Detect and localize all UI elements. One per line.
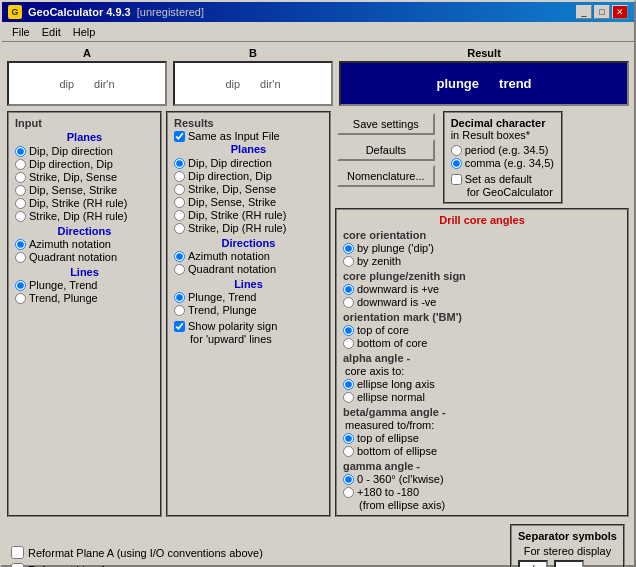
input-plane-radio-2[interactable] (15, 172, 26, 183)
show-polarity-label: Show polarity sign (188, 320, 277, 332)
input-lines-opt-1: Trend, Plunge (29, 292, 98, 304)
ellipse-long-label: ellipse long axis (357, 378, 435, 390)
menu-bar: File Edit Help (2, 22, 634, 42)
reformat-line-item: Reformat Line A (11, 563, 504, 567)
decimal-period-label: period (e.g. 34.5) (465, 144, 549, 156)
bottom-of-core-radio[interactable] (343, 338, 354, 349)
window-subtitle: [unregistered] (137, 6, 204, 18)
title-bar: G GeoCalculator 4.9.3 [unregistered] _ □… (2, 2, 634, 22)
reformat-plane-item: Reformat Plane A (using I/O conventions … (11, 546, 504, 559)
separator-inputs (518, 560, 617, 567)
input-lines-options: Plunge, Trend Trend, Plunge (15, 279, 154, 304)
input-plane-opt-5: Strike, Dip (RH rule) (29, 210, 127, 222)
downward-pos-label: downward is +ve (357, 283, 439, 295)
nomenclature-button[interactable]: Nomenclature... (337, 165, 435, 187)
set-default-checkbox[interactable] (451, 174, 462, 185)
result-plane-opt-4: Dip, Strike (RH rule) (188, 209, 286, 221)
input-lines-radio-1[interactable] (15, 293, 26, 304)
result-plane-radio-4[interactable] (174, 210, 185, 221)
input-plane-opt-2: Strike, Dip, Sense (29, 171, 117, 183)
top-ellipse-radio[interactable] (343, 433, 354, 444)
downward-pos-radio[interactable] (343, 284, 354, 295)
reformat-line-checkbox[interactable] (11, 563, 24, 567)
decimal-comma-radio[interactable] (451, 158, 462, 169)
menu-edit[interactable]: Edit (36, 24, 67, 40)
input-panel-title: Input (15, 117, 154, 129)
measured-to-from-label: measured to/from: (343, 419, 621, 431)
result-trend: trend (499, 76, 532, 91)
input-planes-options: Dip, Dip direction Dip direction, Dip St… (15, 145, 154, 222)
decimal-comma-label: comma (e.g. 34,5) (465, 157, 554, 169)
input-b-dirn: dir'n (260, 78, 280, 90)
result-plane-opt-5: Strike, Dip (RH rule) (188, 222, 286, 234)
show-polarity-checkbox[interactable] (174, 321, 185, 332)
from-ellipse-label: (from ellipse axis) (343, 499, 621, 511)
input-plane-radio-3[interactable] (15, 185, 26, 196)
result-dir-radio-1[interactable] (174, 264, 185, 275)
by-plunge-label: by plunge ('dip') (357, 242, 434, 254)
downward-neg-label: downward is -ve (357, 296, 436, 308)
input-lines-radio-0[interactable] (15, 280, 26, 291)
by-zenith-radio[interactable] (343, 256, 354, 267)
input-plane-opt-4: Dip, Strike (RH rule) (29, 197, 127, 209)
result-dir-radio-0[interactable] (174, 251, 185, 262)
input-plane-radio-4[interactable] (15, 198, 26, 209)
input-b-label: B (173, 47, 333, 61)
plus180-radio[interactable] (343, 487, 354, 498)
app-icon: G (8, 5, 22, 19)
middle-right: Save settings Defaults Nomenclature... D… (335, 111, 629, 517)
result-plane-radio-5[interactable] (174, 223, 185, 234)
decimal-subtitle: in Result boxes* (451, 129, 555, 141)
result-lines-radio-1[interactable] (174, 305, 185, 316)
input-plane-radio-5[interactable] (15, 211, 26, 222)
results-panel-title: Results (174, 117, 323, 129)
maximize-button[interactable]: □ (594, 5, 610, 19)
defaults-button[interactable]: Defaults (337, 139, 435, 161)
result-plane-radio-2[interactable] (174, 184, 185, 195)
decimal-panel: Decimal character in Result boxes* perio… (443, 111, 563, 204)
ellipse-normal-radio[interactable] (343, 392, 354, 403)
close-button[interactable]: ✕ (612, 5, 628, 19)
bottom-ellipse-radio[interactable] (343, 446, 354, 457)
beta-gamma-label: beta/gamma angle - (343, 406, 621, 418)
result-plane-radio-0[interactable] (174, 158, 185, 169)
top-of-core-radio[interactable] (343, 325, 354, 336)
same-as-input-checkbox[interactable] (174, 131, 185, 142)
results-directions-options: Azimuth notation Quadrant notation (174, 250, 323, 275)
window-controls: _ □ ✕ (576, 5, 628, 19)
core-axis-to-label: core axis to: (343, 365, 621, 377)
result-lines-radio-0[interactable] (174, 292, 185, 303)
input-a-box: A dip dir'n (7, 47, 167, 106)
core-plunge-sign-label: core plunge/zenith sign (343, 270, 621, 282)
results-panel: Results Same as Input File Planes Dip, D… (166, 111, 331, 517)
orientation-mark-label: orientation mark ('BM') (343, 311, 621, 323)
minimize-button[interactable]: _ (576, 5, 592, 19)
result-plunge: plunge (436, 76, 479, 91)
menu-help[interactable]: Help (67, 24, 102, 40)
input-plane-radio-0[interactable] (15, 146, 26, 157)
input-b-box: B dip dir'n (173, 47, 333, 106)
lines-separator-input[interactable] (554, 560, 584, 567)
result-plane-radio-1[interactable] (174, 171, 185, 182)
input-plane-radio-1[interactable] (15, 159, 26, 170)
menu-file[interactable]: File (6, 24, 36, 40)
by-plunge-radio[interactable] (343, 243, 354, 254)
ellipse-normal-label: ellipse normal (357, 391, 425, 403)
ellipse-long-radio[interactable] (343, 379, 354, 390)
result-display: plunge trend (339, 61, 629, 106)
zero-360-radio[interactable] (343, 474, 354, 485)
input-dir-radio-0[interactable] (15, 239, 26, 250)
planes-separator-input[interactable] (518, 560, 548, 567)
decimal-period-radio[interactable] (451, 145, 462, 156)
save-settings-button[interactable]: Save settings (337, 113, 435, 135)
downward-neg-radio[interactable] (343, 297, 354, 308)
input-directions-options: Azimuth notation Quadrant notation (15, 238, 154, 263)
result-plane-opt-1: Dip direction, Dip (188, 170, 272, 182)
input-dir-radio-1[interactable] (15, 252, 26, 263)
bottom-of-core-label: bottom of core (357, 337, 427, 349)
drill-core-panel: Drill core angles core orientation by pl… (335, 208, 629, 517)
result-plane-radio-3[interactable] (174, 197, 185, 208)
reformat-plane-checkbox[interactable] (11, 546, 24, 559)
results-planes-options: Dip, Dip direction Dip direction, Dip St… (174, 157, 323, 234)
result-label: Result (339, 47, 629, 61)
